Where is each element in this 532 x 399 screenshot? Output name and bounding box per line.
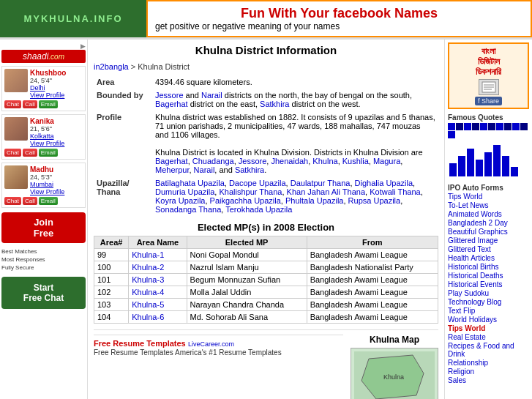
sq5 bbox=[480, 123, 487, 130]
area-label: Area bbox=[94, 75, 152, 89]
link-khalishpur[interactable]: Khalishpur Thana bbox=[219, 187, 282, 196]
chat-btn-1[interactable]: Chat bbox=[4, 100, 21, 108]
right-link-7[interactable]: Health Articles bbox=[448, 254, 529, 262]
link-dumuria[interactable]: Dumuria Upazila bbox=[155, 187, 214, 196]
link-jhenaidah[interactable]: Jhenaidah bbox=[271, 157, 308, 165]
right-link-20[interactable]: Sales bbox=[448, 376, 529, 384]
right-link-8[interactable]: Historical Births bbox=[448, 263, 529, 271]
link-paikgachha[interactable]: Paikgachha Upazila bbox=[210, 196, 281, 205]
link-satkhira2[interactable]: Satkhira bbox=[235, 165, 264, 174]
link-narail[interactable]: Narail bbox=[201, 91, 222, 100]
call-btn-3[interactable]: Call bbox=[23, 197, 37, 205]
link-bagerhat[interactable]: Bagerhat bbox=[155, 100, 188, 108]
link-khanjahan[interactable]: Khan Jahan Ali Thana bbox=[287, 187, 365, 196]
link-kotwali[interactable]: Kotwali Thana bbox=[370, 187, 421, 196]
link-koyra[interactable]: Koyra Upazila bbox=[155, 196, 205, 205]
email-btn-2[interactable]: Email bbox=[39, 149, 58, 157]
right-link-10[interactable]: Historical Events bbox=[448, 280, 529, 288]
svg-rect-14 bbox=[511, 167, 518, 176]
link-daulatpur[interactable]: Daulatpur Thana bbox=[291, 179, 351, 187]
cell-area-5: 104 bbox=[94, 311, 129, 324]
sq8 bbox=[504, 123, 512, 130]
svg-rect-11 bbox=[484, 152, 492, 176]
join-sub-3: Fully Secure bbox=[1, 264, 86, 272]
link-magura[interactable]: Magura bbox=[373, 157, 400, 165]
chat-btn-2[interactable]: Chat bbox=[4, 149, 21, 157]
right-link-1[interactable]: To-Let News bbox=[448, 201, 529, 209]
right-link-9[interactable]: Historical Deaths bbox=[448, 272, 529, 280]
link-area-5[interactable]: Khulna-6 bbox=[132, 313, 164, 321]
right-link-18[interactable]: Relationship bbox=[448, 359, 529, 367]
link-chuadanga[interactable]: Chuadanga bbox=[192, 157, 234, 165]
bar-chart bbox=[448, 141, 529, 179]
right-link-12[interactable]: Technology Blog bbox=[448, 298, 529, 306]
right-link-2[interactable]: Animated Words bbox=[448, 210, 529, 218]
right-link-14[interactable]: World Holidays bbox=[448, 316, 529, 324]
banner-area: Fun With Your facebook Names get positiv… bbox=[146, 0, 532, 37]
shaadi-btns-2: Chat Call Email bbox=[4, 149, 83, 157]
link-area-4[interactable]: Khulna-5 bbox=[132, 300, 164, 309]
link-area-1[interactable]: Khulna-2 bbox=[132, 263, 164, 272]
link-terokhada[interactable]: Terokhada Upazila bbox=[225, 205, 292, 214]
email-btn-3[interactable]: Email bbox=[39, 197, 58, 205]
link-khulna[interactable]: Khulna bbox=[312, 157, 337, 165]
link-dighalia[interactable]: Dighalia Upazila bbox=[355, 179, 413, 187]
link-phultala[interactable]: Phultala Upazila bbox=[285, 196, 344, 205]
join-free-button[interactable]: JoinFree bbox=[1, 212, 86, 243]
cell-name-3: Khulna-4 bbox=[129, 286, 187, 299]
call-btn-2[interactable]: Call bbox=[23, 149, 37, 157]
user-view-3[interactable]: View Profile bbox=[30, 188, 64, 195]
right-link-6[interactable]: Glittered Text bbox=[448, 245, 529, 253]
link-jessore[interactable]: Jessore bbox=[155, 91, 184, 100]
start-chat-button[interactable]: StartFree Chat bbox=[1, 277, 86, 309]
link-bagerhat2[interactable]: Bagerhat bbox=[155, 157, 188, 165]
link-area-3[interactable]: Khulna-4 bbox=[132, 288, 164, 297]
breadcrumb-current: Khulna District bbox=[138, 62, 190, 71]
right-link-15[interactable]: Tips World bbox=[448, 324, 529, 332]
col-mp: Elected MP bbox=[187, 236, 307, 249]
ad-indicator: ▶ bbox=[1, 42, 86, 50]
link-area-0[interactable]: Khulna-1 bbox=[132, 250, 164, 259]
right-link-3[interactable]: Bangladesh 2 Day bbox=[448, 219, 529, 227]
right-link-13[interactable]: Text Flip bbox=[448, 307, 529, 315]
link-meherpur[interactable]: Meherpur bbox=[155, 165, 189, 174]
breadcrumb-link[interactable]: in2bangla bbox=[94, 62, 129, 71]
link-jessore2[interactable]: Jessore bbox=[239, 157, 267, 165]
link-narail2[interactable]: Narail bbox=[194, 165, 215, 174]
link-kushlia[interactable]: Kushlia bbox=[342, 157, 369, 165]
call-btn-1[interactable]: Call bbox=[23, 100, 37, 108]
bounded-value: Jessore and Narail districts on the nort… bbox=[152, 89, 438, 111]
site-logo[interactable]: MYKHULNA.INFO bbox=[23, 13, 122, 24]
link-dacope[interactable]: Dacope Upazila bbox=[229, 179, 286, 187]
fb-share-button[interactable]: f Share bbox=[475, 97, 502, 105]
right-link-5[interactable]: Glittered Image bbox=[448, 236, 529, 245]
link-satkhira[interactable]: Satkhira bbox=[260, 100, 289, 108]
user-view-1[interactable]: View Profile bbox=[30, 92, 66, 99]
resume-source[interactable]: LiveCareer.com bbox=[188, 340, 234, 348]
link-sonadanga[interactable]: Sonadanga Thana bbox=[155, 205, 221, 214]
user-city-1[interactable]: Delhi bbox=[30, 84, 66, 92]
user-details-2: Kanika 21, 5'6" Kolkatta View Profile bbox=[30, 117, 64, 147]
right-link-0[interactable]: Tips World bbox=[448, 193, 529, 201]
link-rupsa[interactable]: Rupsa Upazila bbox=[348, 196, 401, 205]
right-link-19[interactable]: Religion bbox=[448, 368, 529, 376]
dict-icon bbox=[479, 79, 499, 95]
col-area: Area# bbox=[94, 236, 129, 249]
chat-btn-3[interactable]: Chat bbox=[4, 197, 21, 205]
right-link-11[interactable]: Play Sudoku bbox=[448, 289, 529, 297]
link-area-2[interactable]: Khulna-3 bbox=[132, 275, 164, 284]
right-link-17[interactable]: Recipes & Food and Drink bbox=[448, 342, 529, 358]
right-link-16[interactable]: Real Estate bbox=[448, 333, 529, 341]
right-link-4[interactable]: Beautiful Graphics bbox=[448, 228, 529, 236]
user-view-2[interactable]: View Profile bbox=[30, 140, 64, 147]
resume-title[interactable]: Free Resume Templates bbox=[94, 339, 186, 348]
link-batilaghata[interactable]: Batilaghata Upazila bbox=[155, 179, 225, 187]
bangla-dict: বাংলাডিজিটালডিকশনারি f Share bbox=[448, 42, 529, 109]
join-sub-2: Most Responses bbox=[1, 256, 86, 264]
email-btn-1[interactable]: Email bbox=[39, 100, 58, 108]
user-city-3[interactable]: Mumbai bbox=[30, 181, 64, 188]
svg-text:Khulna: Khulna bbox=[383, 373, 404, 381]
bounded-label: Bounded by bbox=[94, 89, 152, 111]
banner-subtitle: get positive or negative meaning of your… bbox=[155, 21, 523, 31]
user-city-2[interactable]: Kolkatta bbox=[30, 133, 64, 140]
